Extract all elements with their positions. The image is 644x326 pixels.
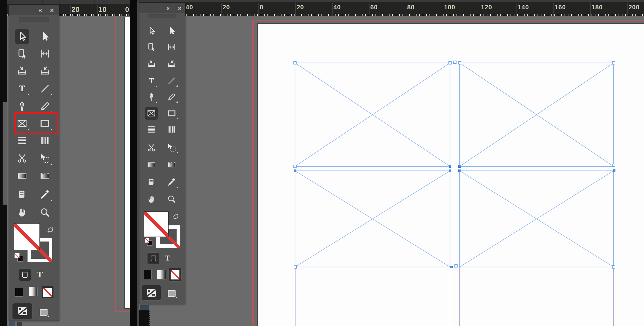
tool-vertical-grid[interactable] (38, 133, 52, 148)
panel-collapse-button[interactable]: « (165, 5, 171, 12)
swap-fill-stroke-icon[interactable] (172, 213, 179, 221)
tool-free-transform[interactable] (38, 151, 52, 166)
bleed-guide-vertical (115, 16, 116, 312)
tool-gradient-feather[interactable] (38, 169, 52, 183)
tool-gradient[interactable] (145, 158, 158, 171)
composite-screenshot: 20100 «✕T T 40200204060801001201401601 (0, 0, 644, 326)
default-fill-stroke-icon[interactable] (145, 238, 152, 246)
document-page-sliver (125, 17, 130, 308)
tool-content-collector[interactable] (145, 57, 158, 70)
ruler-label: 20 (71, 6, 80, 14)
tool-page[interactable] (15, 47, 29, 61)
tool-gradient-feather[interactable] (165, 158, 178, 171)
preview-mode-button[interactable] (166, 288, 177, 299)
tool-eyedropper[interactable] (38, 187, 52, 202)
panel-title-bar (148, 14, 176, 18)
formatting-affects-text-button[interactable]: T (37, 270, 43, 279)
apply-gradient-button[interactable] (157, 270, 166, 279)
fill-swatch-none[interactable] (144, 211, 169, 237)
tool-zoom[interactable] (165, 193, 178, 206)
panel-close-button[interactable]: ✕ (177, 5, 183, 11)
tool-pen[interactable] (15, 99, 29, 114)
apply-color-button[interactable] (144, 270, 152, 279)
tool-pencil[interactable] (38, 99, 52, 114)
cropped-icon-fragment (17, 322, 22, 326)
ruler-label: 20 (223, 4, 230, 11)
tool-note[interactable] (15, 187, 29, 202)
tool-type[interactable]: T (15, 81, 29, 96)
tool-note[interactable] (145, 176, 158, 189)
page-edge-left (257, 23, 258, 326)
tool-vertical-grid[interactable] (165, 123, 178, 136)
swap-fill-stroke-icon[interactable] (46, 226, 54, 235)
frame-tools-highlight-annotation (14, 112, 58, 134)
tool-content-placer[interactable] (38, 64, 52, 78)
tool-pen[interactable] (145, 90, 158, 103)
apply-none-button[interactable] (41, 286, 54, 299)
ruler-label: 160 (555, 4, 566, 11)
tool-type[interactable]: T (145, 74, 158, 87)
cropped-icon-fragment (9, 321, 15, 326)
tool-line[interactable] (165, 74, 178, 87)
scrollbar-fragment[interactable] (3, 102, 7, 205)
ruler-label: 20 (297, 4, 304, 11)
tool-selection[interactable] (15, 29, 29, 44)
ruler-label: 10 (98, 6, 107, 14)
apply-gradient-button[interactable] (29, 287, 38, 296)
ruler-ticks (139, 14, 644, 16)
apply-none-button[interactable] (169, 268, 182, 282)
tool-scissors[interactable] (15, 151, 29, 166)
tool-line[interactable] (38, 81, 52, 96)
top-strip-separator (42, 0, 43, 4)
tool-page[interactable] (145, 41, 158, 54)
bleed-guide-horizontal (115, 311, 130, 312)
normal-view-mode-button[interactable] (12, 303, 32, 319)
normal-view-mode-button[interactable] (142, 285, 161, 301)
tool-rectangle[interactable] (165, 107, 178, 120)
formatting-affects-container-button[interactable] (19, 269, 31, 281)
tool-eyedropper[interactable] (165, 176, 178, 189)
ruler-label: 0 (125, 6, 129, 14)
bleed-guide-vertical (252, 20, 254, 326)
apply-color-button[interactable] (15, 288, 23, 297)
ruler-label: 100 (444, 4, 455, 11)
tool-direct-selection[interactable] (165, 24, 178, 37)
tool-rectangle-frame[interactable] (145, 107, 158, 120)
tool-horizontal-grid[interactable] (15, 133, 29, 148)
tools-panel: «✕T T (139, 3, 185, 304)
top-strip-separator (25, 0, 25, 4)
panel-collapse-button[interactable]: « (37, 7, 44, 14)
preview-mode-button[interactable] (38, 307, 49, 317)
top-strip-separator (77, 0, 77, 4)
tool-content-collector[interactable] (15, 64, 29, 78)
tool-zoom[interactable] (38, 205, 52, 220)
bleed-guide-horizontal (252, 20, 644, 21)
tool-gradient[interactable] (15, 169, 29, 183)
indesign-window-right: 4020020406080100120140160180200 «✕T T (137, 0, 644, 326)
tool-scissors[interactable] (145, 141, 158, 154)
tool-gap[interactable] (38, 47, 52, 61)
default-fill-stroke-icon[interactable] (15, 253, 23, 262)
cropped-icon-fragment (140, 305, 149, 310)
document-page (258, 24, 644, 326)
formatting-affects-container-button[interactable] (147, 252, 160, 264)
formatting-affects-text-button[interactable]: T (165, 253, 170, 262)
panel-close-button[interactable]: ✕ (49, 8, 55, 14)
tool-free-transform[interactable] (165, 141, 178, 154)
tool-direct-selection[interactable] (38, 29, 52, 44)
tool-hand[interactable] (15, 205, 29, 220)
tools-panel: «✕T T (9, 5, 59, 321)
fill-swatch-none[interactable] (14, 223, 40, 250)
tool-hand[interactable] (145, 193, 158, 206)
ruler-label: 40 (333, 4, 341, 11)
svg-text:T: T (19, 84, 25, 93)
tool-selection[interactable] (145, 24, 158, 37)
tool-pencil[interactable] (165, 90, 178, 103)
tool-horizontal-grid[interactable] (145, 123, 158, 136)
tool-content-placer[interactable] (165, 57, 178, 70)
ruler-label: 140 (518, 4, 529, 11)
tool-gap[interactable] (165, 41, 178, 54)
ruler-label: 180 (592, 4, 603, 11)
page-edge-bottom (124, 308, 130, 309)
screenshot-seam (130, 0, 137, 326)
